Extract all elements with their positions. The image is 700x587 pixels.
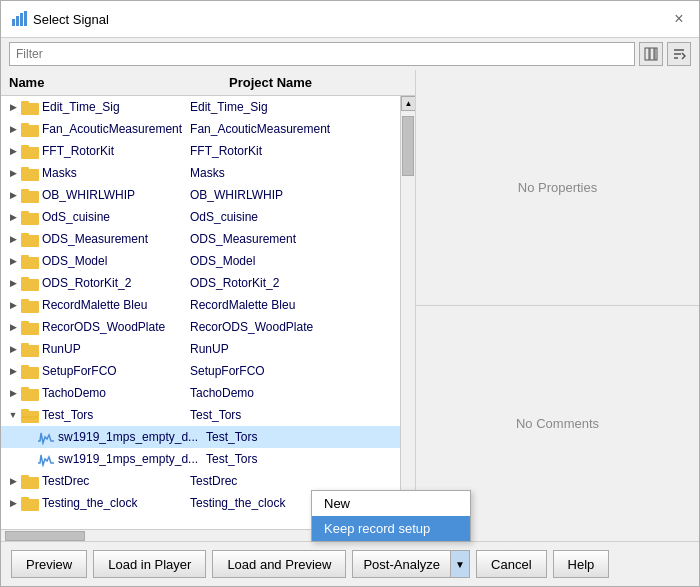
- svg-rect-44: [21, 497, 29, 501]
- tree-item-name: SetupForFCO: [42, 364, 182, 378]
- expand-arrow[interactable]: ▶: [5, 338, 21, 360]
- tree-item-name: Test_Tors: [42, 408, 182, 422]
- table-row[interactable]: sw1919_1mps_empty_d... Test_Tors: [1, 426, 400, 448]
- expand-arrow[interactable]: ▼: [5, 404, 21, 426]
- tree-item-project: OB_WHIRLWHIP: [182, 188, 400, 202]
- table-row[interactable]: ▶ ODS_RotorKit_2 ODS_RotorKit_2: [1, 272, 400, 294]
- cancel-button[interactable]: Cancel: [476, 550, 546, 578]
- dropdown-item-keep-record-setup[interactable]: Keep record setup: [312, 516, 470, 541]
- tree-body[interactable]: ▶ Edit_Time_Sig Edit_Time_Sig ▶ Fan_A: [1, 96, 400, 529]
- expand-arrow[interactable]: ▶: [5, 316, 21, 338]
- vertical-scrollbar[interactable]: ▲ ▼: [400, 96, 415, 529]
- help-button[interactable]: Help: [553, 550, 610, 578]
- no-expand: [21, 448, 37, 470]
- tree-item-name: ODS_RotorKit_2: [42, 276, 182, 290]
- svg-rect-23: [21, 233, 29, 237]
- tree-item-name: RecordMalette Bleu: [42, 298, 182, 312]
- tree-item-name: OB_WHIRLWHIP: [42, 188, 182, 202]
- svg-rect-39: [21, 409, 29, 413]
- signal-waveform-icon: [37, 429, 55, 445]
- load-and-preview-button[interactable]: Load and Preview: [212, 550, 346, 578]
- columns-button[interactable]: [639, 42, 663, 66]
- table-row[interactable]: ▶ Edit_Time_Sig Edit_Time_Sig: [1, 96, 400, 118]
- tree-item-project: TachoDemo: [182, 386, 400, 400]
- table-row[interactable]: ▶ RunUP RunUP: [1, 338, 400, 360]
- table-row[interactable]: sw1919_1mps_empty_d... Test_Tors: [1, 448, 400, 470]
- close-button[interactable]: ×: [669, 9, 689, 29]
- table-row[interactable]: ▼ Test_Tors Test_Tors: [1, 404, 400, 426]
- scroll-up-button[interactable]: ▲: [401, 96, 415, 111]
- filter-input[interactable]: [9, 42, 635, 66]
- expand-arrow[interactable]: ▶: [5, 228, 21, 250]
- tree-item-name: Fan_AcouticMeasurement: [42, 122, 182, 136]
- expand-arrow[interactable]: ▶: [5, 96, 21, 118]
- columns-icon: [644, 47, 658, 61]
- expand-arrow[interactable]: ▶: [5, 250, 21, 272]
- folder-icon: [21, 319, 39, 335]
- folder-icon: [21, 121, 39, 137]
- title-bar-left: Select Signal: [11, 11, 109, 27]
- expand-arrow[interactable]: ▶: [5, 492, 21, 514]
- tree-header: Name Project Name: [1, 70, 415, 96]
- svg-rect-42: [21, 475, 29, 479]
- table-row[interactable]: ▶ FFT_RotorKit FFT_RotorKit: [1, 140, 400, 162]
- post-analyze-dropdown-arrow[interactable]: ▼: [450, 550, 470, 578]
- dialog-title: Select Signal: [33, 12, 109, 27]
- table-row[interactable]: ▶ RecorODS_WoodPlate RecorODS_WoodPlate: [1, 316, 400, 338]
- svg-rect-19: [21, 189, 29, 193]
- table-row[interactable]: ▶ OdS_cuisine OdS_cuisine: [1, 206, 400, 228]
- table-row[interactable]: ▶ TestDrec TestDrec: [1, 470, 400, 492]
- expand-arrow[interactable]: ▶: [5, 382, 21, 404]
- table-row[interactable]: ▶ RecordMalette Bleu RecordMalette Bleu: [1, 294, 400, 316]
- svg-rect-17: [21, 167, 29, 171]
- folder-icon: [21, 231, 39, 247]
- h-scroll-thumb[interactable]: [5, 531, 85, 541]
- table-row[interactable]: ▶ TachoDemo TachoDemo: [1, 382, 400, 404]
- folder-icon: [21, 143, 39, 159]
- expand-arrow[interactable]: ▶: [5, 470, 21, 492]
- table-row[interactable]: ▶ SetupForFCO SetupForFCO: [1, 360, 400, 382]
- expand-arrow[interactable]: ▶: [5, 206, 21, 228]
- expand-arrow[interactable]: ▶: [5, 272, 21, 294]
- svg-rect-37: [21, 387, 29, 391]
- svg-rect-4: [645, 48, 649, 60]
- tree-item-name: sw1919_1mps_empty_d...: [58, 430, 198, 444]
- folder-icon: [21, 473, 39, 489]
- tree-item-project: ODS_Measurement: [182, 232, 400, 246]
- preview-button[interactable]: Preview: [11, 550, 87, 578]
- title-bar: Select Signal ×: [1, 1, 699, 38]
- folder-icon: [21, 99, 39, 115]
- scroll-track[interactable]: [401, 111, 415, 514]
- svg-rect-31: [21, 321, 29, 325]
- expand-arrow[interactable]: ▶: [5, 140, 21, 162]
- expand-arrow[interactable]: ▶: [5, 184, 21, 206]
- tree-scroll-wrapper: ▶ Edit_Time_Sig Edit_Time_Sig ▶ Fan_A: [1, 96, 415, 529]
- table-row[interactable]: ▶ OB_WHIRLWHIP OB_WHIRLWHIP: [1, 184, 400, 206]
- tree-item-project: RecorODS_WoodPlate: [182, 320, 400, 334]
- svg-rect-15: [21, 145, 29, 149]
- svg-rect-13: [21, 123, 29, 127]
- tree-item-name: RecorODS_WoodPlate: [42, 320, 182, 334]
- tree-item-name: sw1919_1mps_empty_d...: [58, 452, 198, 466]
- expand-arrow[interactable]: ▶: [5, 360, 21, 382]
- scroll-thumb[interactable]: [402, 116, 414, 176]
- sort-button[interactable]: [667, 42, 691, 66]
- expand-arrow[interactable]: ▶: [5, 162, 21, 184]
- dropdown-item-new[interactable]: New: [312, 491, 470, 516]
- post-analyze-button[interactable]: Post-Analyze: [352, 550, 450, 578]
- tree-item-name: RunUP: [42, 342, 182, 356]
- tree-item-name: ODS_Model: [42, 254, 182, 268]
- tree-item-project: ODS_Model: [182, 254, 400, 268]
- svg-rect-0: [12, 19, 15, 26]
- folder-icon: [21, 341, 39, 357]
- table-row[interactable]: ▶ ODS_Model ODS_Model: [1, 250, 400, 272]
- table-row[interactable]: ▶ Masks Masks: [1, 162, 400, 184]
- tree-item-project: RunUP: [182, 342, 400, 356]
- no-expand: [21, 426, 37, 448]
- expand-arrow[interactable]: ▶: [5, 118, 21, 140]
- expand-arrow[interactable]: ▶: [5, 294, 21, 316]
- table-row[interactable]: ▶ ODS_Measurement ODS_Measurement: [1, 228, 400, 250]
- load-in-player-button[interactable]: Load in Player: [93, 550, 206, 578]
- filter-toolbar: [1, 38, 699, 70]
- table-row[interactable]: ▶ Fan_AcouticMeasurement Fan_AcouticMeas…: [1, 118, 400, 140]
